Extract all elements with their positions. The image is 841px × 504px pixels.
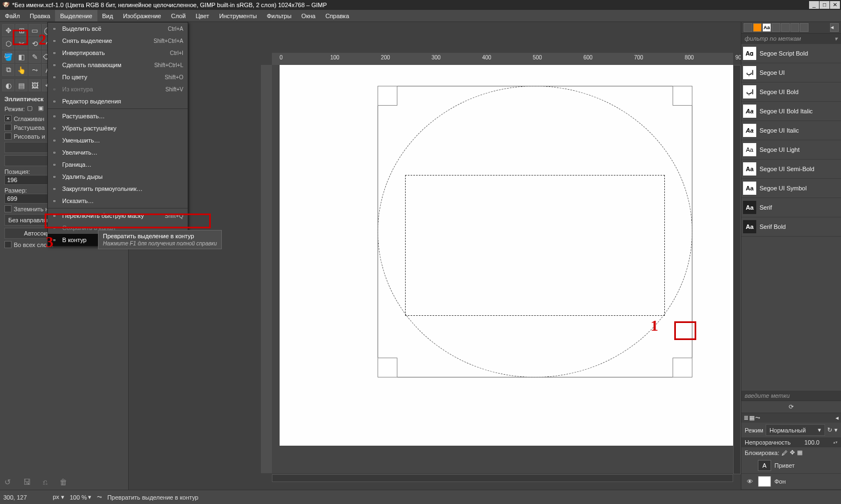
dock-device-tab[interactable]: ▤ [15,79,28,91]
lock-position-icon[interactable]: ✥ [790,449,795,456]
font-item[interactable]: ابSegoe UI [741,63,841,83]
menu-item-invert[interactable]: ▫ИнвертироватьCtrl+I [48,47,188,59]
alllayers-checkbox[interactable] [4,241,12,248]
menu-windows[interactable]: Окна [297,10,321,21]
tool-bucket[interactable]: 🪣 [2,51,14,63]
dock-images-tab[interactable]: 🖼 [29,79,41,91]
menu-layer[interactable]: Слой [166,10,191,21]
layers-mode-combo[interactable]: Нормальный [766,424,825,436]
vertical-scrollbar[interactable] [733,65,741,474]
layer-list[interactable]: AПривет👁Фон [741,458,841,490]
handle-bottom-left[interactable] [378,358,397,377]
font-item[interactable]: AaSegoe UI Semi-Bold [741,160,841,179]
maximize-button[interactable]: □ [820,1,829,9]
refresh-fonts-row[interactable]: ⟳ [741,401,841,413]
menu-colors[interactable]: Цвет [190,10,214,21]
font-item[interactable]: AaSerif Bold [741,217,841,237]
menu-item-distort[interactable]: ▫Исказить… [48,195,188,207]
menu-item-editor[interactable]: ▫Редактор выделения [48,95,188,107]
tool-align[interactable]: ⊞ [15,24,28,36]
canvas-viewport[interactable] [272,65,733,473]
menu-item-rounded[interactable]: ▫Закруглить прямоугольник… [48,183,188,195]
menu-item-feather[interactable]: ▫Растушевать… [48,110,188,122]
mode-switch-icon[interactable]: ↻ [827,426,832,434]
menu-item-float[interactable]: ▫Сделать плавающимShift+Ctrl+L [48,59,188,71]
tab-layers-icon[interactable]: ≣ [744,414,749,421]
lock-alpha-icon[interactable]: ▦ [797,449,802,456]
handle-top-left[interactable] [378,86,397,106]
handle-bottom-right[interactable] [673,358,692,377]
menu-filters[interactable]: Фильтры [262,10,297,21]
tab-fonts-icon[interactable]: Aa [762,23,771,32]
reset-icon[interactable]: ↺ [4,478,11,486]
menu-help[interactable]: Справка [320,10,354,21]
tool-gradient[interactable]: ◧ [15,51,28,63]
close-button[interactable]: ✕ [830,1,840,9]
menu-tools[interactable]: Инструменты [214,10,262,21]
layers-dock-menu-icon[interactable]: ◂ [835,414,839,421]
chevron-down-icon[interactable] [834,426,838,434]
font-item[interactable]: ابSegoe UI Bold [741,83,841,102]
enter-tags-row[interactable]: введите метки [741,391,841,401]
tool-free-select[interactable]: ⬡ [2,37,14,50]
dock-tool-options-tab[interactable]: ◐ [2,79,14,91]
layer-visibility-icon[interactable] [745,461,755,470]
tool-crop[interactable]: ✂ [15,37,28,50]
font-item[interactable]: AaSegoe UI Bold Italic [741,102,841,121]
delete-icon[interactable]: 🗑 [59,478,67,486]
handle-top-right[interactable] [673,86,692,106]
font-item[interactable]: AɑSegoe Script Bold [741,44,841,63]
opacity-spinner[interactable]: ▴▾ [833,441,838,444]
layer-visibility-icon[interactable]: 👁 [745,476,755,486]
tool-clone[interactable]: ⧉ [2,64,14,76]
menu-item-by-color[interactable]: ▫По цветуShift+O [48,71,188,83]
tab-patterns-icon[interactable] [753,23,762,32]
menu-item-select-none[interactable]: ▫Снять выделениеShift+Ctrl+A [48,35,188,47]
canvas[interactable] [280,65,741,446]
mode-add-icon[interactable]: ▣ [38,105,47,113]
font-list[interactable]: AɑSegoe Script BoldابSegoe UIابSegoe UI … [741,44,841,391]
tab-paths-icon[interactable]: ⤳ [755,414,760,421]
menu-item-select-all[interactable]: ▫Выделить всёCtrl+A [48,23,188,35]
tab-histogram-icon[interactable] [790,23,799,32]
lock-pixels-icon[interactable]: 🖉 [782,450,788,456]
tool-pencil[interactable]: ✎ [29,51,41,63]
antialias-checkbox[interactable] [4,115,12,122]
menu-edit[interactable]: Правка [25,10,55,21]
tool-smudge[interactable]: 👆 [15,64,28,76]
opacity-value[interactable]: 100.0 [804,439,820,446]
menu-view[interactable]: Вид [97,10,118,21]
menu-item-grow[interactable]: ▫Увеличить… [48,146,188,158]
horizontal-scrollbar[interactable] [272,474,733,482]
status-zoom-combo[interactable]: 100 % [70,494,91,501]
tab-brushes-icon[interactable] [744,23,752,32]
font-item[interactable]: AaSegoe UI Light [741,140,841,160]
tab-channels-icon[interactable]: ▦ [749,414,755,421]
darken-checkbox[interactable] [4,205,12,212]
mode-replace-icon[interactable]: ▢ [27,105,36,113]
menu-item-border[interactable]: ▫Граница… [48,158,188,171]
minimize-button[interactable]: _ [809,1,819,9]
dock-menu-right-icon[interactable]: ◂ [830,23,839,32]
menu-image[interactable]: Изображение [118,10,166,21]
tool-move[interactable]: ✥ [2,24,14,36]
layer-item[interactable]: AПривет [741,458,841,474]
drawfrom-checkbox[interactable] [4,133,12,140]
menu-select[interactable]: Выделение [55,10,97,21]
menu-item-shrink[interactable]: ▫Уменьшить… [48,134,188,146]
feather-checkbox[interactable] [4,124,12,131]
menu-item-sharpen[interactable]: ▫Убрать растушёвку [48,122,188,134]
font-item[interactable]: AaSegoe UI Symbol [741,179,841,198]
save-preset-icon[interactable]: 🖫 [23,478,31,486]
restore-icon[interactable]: ⎌ [43,478,47,486]
menu-item-remove-holes[interactable]: ▫Удалить дыры [48,171,188,183]
menu-item-quickmask[interactable]: ▫Переключить быструю маскуShift+Q [48,210,188,222]
tool-path[interactable]: ⤳ [29,64,41,76]
status-unit-combo[interactable]: px [53,494,64,501]
tab-gradients-icon[interactable] [772,23,780,32]
tab-document-icon[interactable] [800,23,809,32]
layer-item[interactable]: 👁Фон [741,474,841,490]
font-item[interactable]: AaSegoe UI Italic [741,121,841,140]
tab-palettes-icon[interactable] [781,23,790,32]
menu-file[interactable]: Файл [0,10,25,21]
